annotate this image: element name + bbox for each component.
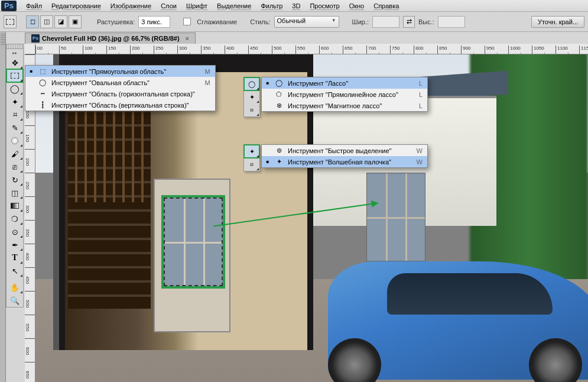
pen-icon: ✒ <box>12 241 18 250</box>
lasso-icon: ◯ <box>274 79 284 87</box>
flyout-item-lasso[interactable]: ■◯ Инструмент "Лассо"L <box>262 77 427 89</box>
ruler-horizontal[interactable]: 0050100150200250300350400450500550600650… <box>35 44 588 54</box>
flyout-item-col-marquee[interactable]: ┇ Инструмент "Область (вертикальная стро… <box>25 99 215 111</box>
selection-marquee <box>164 198 223 286</box>
style-label: Стиль: <box>250 18 270 25</box>
eyedropper-icon: ✎ <box>12 124 18 132</box>
mini-crop-tool-2[interactable]: ⌗ <box>244 158 259 171</box>
toolbox: ▸▸ ✥ ◯ ✦ ⌗ ✎ 🖌 ⎚ ↻ ◫ ❍ ⊙ ✒ T ↖ ✋ 🔍 <box>6 44 24 307</box>
hand-icon: ✋ <box>10 283 20 292</box>
marquee-flyout: ■⬚ Инструмент "Прямоугольная область"M ◯… <box>25 65 216 111</box>
selection-subtract-button[interactable]: ◪ <box>54 15 67 28</box>
flyout-item-magic-wand[interactable]: ■✦ Инструмент "Волшебная палочка"W <box>262 156 427 167</box>
lasso-icon: ◯ <box>10 84 20 93</box>
ruler-origin[interactable] <box>25 44 35 54</box>
antialias-label: Сглаживание <box>197 18 237 25</box>
selection-new-button[interactable]: ◻ <box>26 15 39 28</box>
width-input[interactable] <box>372 16 399 28</box>
flyout-item-magnetic-lasso[interactable]: ⊗ Инструмент "Магнитное лассо"L <box>262 100 427 111</box>
brush-icon: 🖌 <box>11 150 19 158</box>
selection-intersect-button[interactable]: ▣ <box>69 15 82 28</box>
crop-icon: ⌗ <box>250 161 254 169</box>
crop-icon: ⌗ <box>13 110 17 119</box>
heal-icon <box>11 137 18 144</box>
hand-tool[interactable]: ✋ <box>7 281 23 294</box>
history-brush-icon: ↻ <box>12 176 18 184</box>
options-bar: ◻ ◫ ◪ ▣ Растушевка: Сглаживание Стиль: О… <box>0 12 588 32</box>
height-label: Выс.: <box>418 18 434 25</box>
gradient-icon <box>11 203 19 209</box>
brush-tool[interactable]: 🖌 <box>7 147 23 160</box>
quick-select-icon: ⊚ <box>274 147 284 154</box>
menu-layers[interactable]: Слои <box>156 1 181 11</box>
move-icon: ✥ <box>12 59 18 67</box>
lasso-tool[interactable]: ◯ <box>7 82 23 95</box>
eyedropper-tool[interactable]: ✎ <box>7 121 23 134</box>
height-input[interactable] <box>438 16 465 28</box>
marquee-icon <box>6 19 14 25</box>
feather-input[interactable] <box>138 16 170 28</box>
mini-crop-tool[interactable]: ⌗ <box>244 103 259 116</box>
zoom-tool[interactable]: 🔍 <box>7 294 23 307</box>
tool-preset-icon[interactable] <box>4 15 17 28</box>
stamp-icon: ⎚ <box>12 163 17 171</box>
menu-view[interactable]: Просмотр <box>305 1 344 11</box>
menu-edit[interactable]: Редактирование <box>47 1 106 11</box>
document-tab[interactable]: Ps Chevrolet Full HD (36).jpg @ 66,7% (R… <box>25 33 196 44</box>
dodge-tool[interactable]: ⊙ <box>7 225 23 238</box>
flyout-item-ellipse-marquee[interactable]: ◯ Инструмент "Овальная область"M <box>25 77 215 88</box>
flyout-item-row-marquee[interactable]: ┅ Инструмент "Область (горизонтальная ст… <box>25 88 215 99</box>
menu-type[interactable]: Шрифт <box>181 1 212 11</box>
refine-edge-button[interactable]: Уточн. край... <box>531 16 584 28</box>
toolbox-grip[interactable] <box>7 44 23 49</box>
selection-add-button[interactable]: ◫ <box>40 15 53 28</box>
rect-marquee-icon: ⬚ <box>37 67 48 75</box>
crop-icon: ⌗ <box>250 106 254 114</box>
crop-tool[interactable]: ⌗ <box>7 108 23 121</box>
flyout-item-poly-lasso[interactable]: ⬠ Инструмент "Прямолинейное лассо"L <box>262 89 427 100</box>
marquee-icon <box>11 73 19 79</box>
blur-icon: ❍ <box>11 215 18 224</box>
mini-wand-tool[interactable]: ✦ <box>244 90 259 103</box>
feather-label: Растушевка: <box>97 18 135 25</box>
selection-mode-group: ◻ ◫ ◪ ▣ <box>26 15 82 28</box>
move-tool[interactable]: ✥ <box>7 56 23 69</box>
swap-wh-button[interactable]: ⇄ <box>403 16 415 28</box>
history-brush-tool[interactable]: ↻ <box>7 173 23 186</box>
wand-tool[interactable]: ✦ <box>7 95 23 108</box>
eraser-tool[interactable]: ◫ <box>7 186 23 199</box>
mini-lasso-tool[interactable]: ◯ <box>244 77 259 90</box>
type-tool[interactable]: T <box>7 251 23 264</box>
row-marquee-icon: ┅ <box>37 90 48 98</box>
gradient-tool[interactable] <box>7 199 23 212</box>
wand-mini-toolbox: ✦ ⌗ <box>243 144 260 171</box>
heal-tool[interactable] <box>7 134 23 147</box>
stamp-tool[interactable]: ⎚ <box>7 160 23 173</box>
zoom-icon: 🔍 <box>10 296 20 305</box>
flyout-item-rect-marquee[interactable]: ■⬚ Инструмент "Прямоугольная область"M <box>25 66 215 77</box>
lasso-flyout: ■◯ Инструмент "Лассо"L ⬠ Инструмент "Пря… <box>261 77 428 112</box>
marquee-tool[interactable] <box>7 69 23 82</box>
mini-wand-tool-2[interactable]: ✦ <box>244 145 259 158</box>
poly-lasso-icon: ⬠ <box>274 90 284 98</box>
menu-file[interactable]: Файл <box>21 1 47 11</box>
pen-tool[interactable]: ✒ <box>7 238 23 251</box>
menu-select[interactable]: Выделение <box>212 1 256 11</box>
menu-window[interactable]: Окно <box>345 1 369 11</box>
toolbox-collapse-button[interactable]: ▸▸ <box>7 49 23 56</box>
style-select[interactable]: Обычный <box>274 16 339 28</box>
menu-image[interactable]: Изображение <box>106 1 156 11</box>
wand-icon: ✦ <box>12 98 18 106</box>
blur-tool[interactable]: ❍ <box>7 212 23 225</box>
flyout-item-quick-select[interactable]: ⊚ Инструмент "Быстрое выделение"W <box>262 145 427 156</box>
antialias-checkbox[interactable] <box>183 18 191 25</box>
menu-3d[interactable]: 3D <box>287 1 305 11</box>
path-tool[interactable]: ↖ <box>7 264 23 277</box>
panel-dock-left[interactable] <box>0 32 6 382</box>
close-icon[interactable]: × <box>186 35 189 42</box>
magnetic-lasso-icon: ⊗ <box>274 102 284 109</box>
wand-icon: ✦ <box>249 148 255 156</box>
menu-filter[interactable]: Фильтр <box>256 1 287 11</box>
lasso-mini-toolbox: ◯ ✦ ⌗ <box>243 77 260 117</box>
menu-help[interactable]: Справка <box>369 1 404 11</box>
